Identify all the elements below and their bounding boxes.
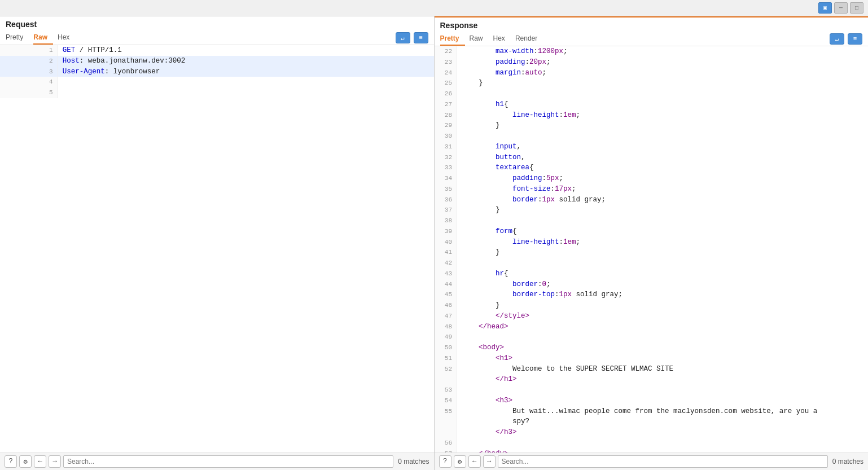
table-row: 41 }: [435, 247, 869, 258]
table-row: 39 form{: [435, 226, 869, 237]
table-row: 49: [435, 332, 869, 342]
response-tabs-row: Pretty Raw Hex Render ↵ ≡: [440, 32, 863, 46]
table-row: 56: [435, 438, 869, 449]
request-panel: Request Pretty Raw Hex ↵ ≡ 1 GET / HTTP/…: [0, 16, 435, 470]
table-row: 35 font-size:17px;: [435, 184, 869, 195]
request-title: Request: [6, 20, 428, 29]
table-row: 37 }: [435, 205, 869, 216]
request-prev-match-btn[interactable]: ←: [34, 455, 46, 468]
table-row: 43 hr{: [435, 269, 869, 279]
table-row: 33 textarea{: [435, 162, 869, 173]
response-tab-hex[interactable]: Hex: [493, 32, 511, 46]
request-header: Request Pretty Raw Hex ↵ ≡: [0, 16, 434, 45]
request-tab-raw[interactable]: Raw: [33, 31, 53, 45]
table-row: 1 GET / HTTP/1.1: [0, 45, 434, 56]
table-row: 32 button,: [435, 152, 869, 163]
request-next-match-btn[interactable]: →: [49, 455, 61, 468]
table-row: 30: [435, 131, 869, 142]
request-tab-pretty[interactable]: Pretty: [6, 31, 29, 45]
table-row: 44 border:0;: [435, 279, 869, 290]
table-row: 22 max-width:1200px;: [435, 46, 869, 57]
response-panel: Response Pretty Raw Hex Render ↵ ≡ 22 ma…: [435, 16, 869, 470]
split-view-btn[interactable]: ▣: [818, 2, 832, 14]
response-tab-raw[interactable]: Raw: [470, 32, 489, 46]
response-prev-match-btn[interactable]: ←: [468, 455, 481, 468]
response-header: Response Pretty Raw Hex Render ↵ ≡: [435, 16, 869, 46]
table-row: 52 Welcome to the SUPER SECRET WLMAC SIT…: [435, 364, 869, 375]
request-menu-btn[interactable]: ≡: [414, 32, 428, 43]
response-next-match-btn[interactable]: →: [483, 455, 496, 468]
request-content: 1 GET / HTTP/1.1 2 Host: weba.jonathanw.…: [0, 45, 434, 453]
response-tab-pretty[interactable]: Pretty: [440, 32, 465, 46]
table-row: 48 </head>: [435, 322, 869, 332]
table-row: 34 padding:5px;: [435, 173, 869, 184]
request-tabs-row: Pretty Raw Hex ↵ ≡: [6, 31, 428, 45]
table-row: 46 }: [435, 300, 869, 311]
table-row: 25 }: [435, 78, 869, 89]
table-row: 23 padding:20px;: [435, 57, 869, 68]
table-row: 36 border:1px solid gray;: [435, 195, 869, 205]
table-row: 28 line-height:1em;: [435, 110, 869, 121]
response-tab-render[interactable]: Render: [515, 32, 543, 46]
table-row: 27 h1{: [435, 99, 869, 110]
table-row: 29 }: [435, 120, 869, 131]
response-wrap-btn[interactable]: ↵: [830, 33, 844, 45]
table-row: 42: [435, 258, 869, 269]
min-view-btn[interactable]: ─: [834, 2, 848, 14]
table-row: 4: [0, 77, 434, 87]
request-code-view: 1 GET / HTTP/1.1 2 Host: weba.jonathanw.…: [0, 45, 434, 98]
table-row: </h3>: [435, 427, 869, 438]
top-bar: ▣ ─ □: [0, 0, 868, 16]
table-row: 54 <h3>: [435, 396, 869, 406]
table-row: 26: [435, 89, 869, 99]
table-row: 40 line-height:1em;: [435, 237, 869, 248]
table-row: 47 </style>: [435, 311, 869, 322]
request-match-count: 0 matches: [398, 458, 429, 465]
request-footer: ? ⚙ ← → 0 matches: [0, 453, 434, 470]
table-row: 57 </body>: [435, 449, 869, 453]
request-wrap-btn[interactable]: ↵: [396, 32, 410, 43]
response-tab-actions: ↵ ≡: [830, 33, 862, 45]
response-content: 22 max-width:1200px; 23 padding:20px; 24…: [435, 46, 869, 453]
response-search-input[interactable]: [498, 455, 828, 468]
request-tab-hex[interactable]: Hex: [58, 31, 75, 45]
table-row: 51 <h1>: [435, 353, 869, 364]
request-help-btn[interactable]: ?: [5, 455, 17, 468]
table-row: 31 input,: [435, 142, 869, 152]
table-row: 55 But wait...wlmac people come from the…: [435, 406, 869, 417]
table-row: 3 User-Agent: lyonbrowser: [0, 67, 434, 77]
response-settings-btn[interactable]: ⚙: [454, 455, 466, 468]
request-search-input[interactable]: [63, 455, 393, 468]
table-row: 38: [435, 216, 869, 226]
table-row: spy?: [435, 416, 869, 427]
response-match-count: 0 matches: [832, 458, 863, 465]
request-settings-btn[interactable]: ⚙: [19, 455, 32, 468]
table-row: 53: [435, 385, 869, 396]
max-view-btn[interactable]: □: [850, 2, 863, 14]
table-row: 5: [0, 87, 434, 98]
table-row: 24 margin:auto;: [435, 68, 869, 78]
response-menu-btn[interactable]: ≡: [848, 33, 862, 45]
table-row: 45 border-top:1px solid gray;: [435, 289, 869, 300]
response-title: Response: [440, 21, 863, 30]
table-row: </h1>: [435, 374, 869, 385]
table-row: 2 Host: weba.jonathanw.dev:3002: [0, 56, 434, 67]
response-footer: ? ⚙ ← → 0 matches: [435, 453, 869, 470]
response-code-view: 22 max-width:1200px; 23 padding:20px; 24…: [435, 46, 869, 453]
table-row: 50 <body>: [435, 342, 869, 353]
response-help-btn[interactable]: ?: [439, 455, 451, 468]
request-tab-actions: ↵ ≡: [396, 32, 428, 43]
